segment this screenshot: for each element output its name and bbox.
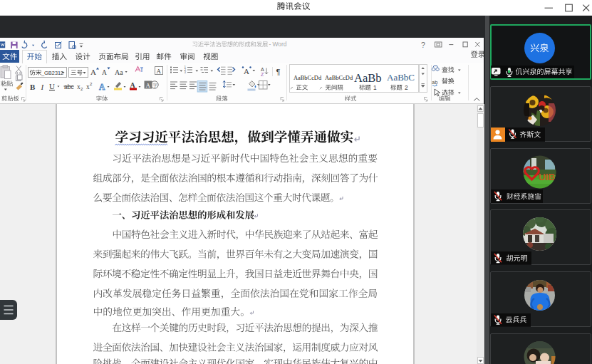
svg-text:AaBbC: AaBbC [387,72,415,83]
svg-text:2: 2 [405,84,408,91]
svg-text:A: A [157,68,162,75]
svg-text:A: A [99,83,105,91]
svg-text:3: 3 [185,71,187,74]
svg-text:2: 2 [90,82,93,86]
svg-text:A: A [146,82,151,89]
svg-text:_GB2312: _GB2312 [41,70,63,76]
svg-text:AaBbCcDd: AaBbCcDd [325,75,353,81]
svg-text:I: I [41,83,45,91]
svg-text:- Word: - Word [269,41,287,48]
svg-text:UIB: UIB [539,172,556,182]
svg-text:Aa: Aa [115,68,123,76]
svg-text:U: U [49,82,55,90]
svg-text:abc: abc [64,83,74,90]
svg-text:B: B [30,83,36,91]
svg-text:A: A [130,81,136,89]
svg-text:Z: Z [261,72,264,77]
svg-text:2: 2 [81,87,83,91]
svg-text:¶: ¶ [276,68,281,76]
svg-text:A: A [244,67,249,76]
svg-text:1: 1 [373,84,377,91]
svg-text:字: 字 [153,83,158,88]
svg-text:AaBbCcDd: AaBbCcDd [294,75,322,81]
svg-text:?: ? [421,41,425,49]
svg-text:AaBb: AaBb [354,71,382,85]
svg-text:A: A [102,69,107,76]
svg-text:A: A [90,68,96,76]
svg-text:ab: ab [432,79,437,85]
